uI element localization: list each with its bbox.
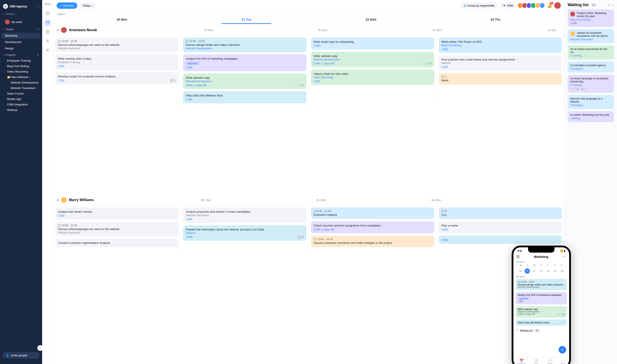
task-card[interactable]: Develop scripts for customer service cha… [55,72,178,84]
task-card[interactable]: Prepare the information about the webina… [183,225,306,241]
today-button[interactable]: Today ▾ [80,2,96,9]
add-new-button[interactable]: + Add new [57,2,77,9]
task-card[interactable]: Write article: The Power of SEOBlog Post… [439,38,562,53]
prev-icon[interactable]: ‹ [516,264,517,267]
project-item[interactable]: Website Development [0,80,42,85]
task-card[interactable]: 9:1-to- [439,208,562,219]
filter-button[interactable]: ⏷ Filter [500,2,517,9]
task-card[interactable]: Write website copyWebsite Development3:0… [183,73,306,89]
section-projects[interactable]: ▾ Projects + [0,52,42,58]
calendar-tool[interactable] [44,19,51,26]
waiting-list-item[interactable]: plement new language on e websiteTransla… [568,95,614,109]
comment-icon: 💬 2 [170,79,176,82]
phone-task-card[interactable]: Analyze the ROI of marketing campaignsim… [516,292,567,304]
waiting-list-item[interactable]: Publish article: Marketing trends this y… [568,9,614,27]
invite-people-button[interactable]: 👤 Invite people [3,352,40,359]
team-avatar[interactable] [539,3,545,8]
project-folder[interactable]: 📁 New Website ▾ [0,74,42,80]
day-tab[interactable]: 20 Mon [60,15,184,24]
phone-tab-schedule[interactable]: 📅Schedule [518,359,526,364]
day-tab[interactable]: 21 Tue [184,15,309,24]
task-card[interactable]: 9:30 - 11:00Executive meeting [311,208,434,219]
phone-tab-tasks[interactable]: ☑Tasks [534,359,539,364]
workspace-switcher[interactable]: G GIM Agency ▾ [0,3,42,10]
team-item[interactable]: Design [2,45,40,51]
phone-waiting-list[interactable]: ⌃ Waiting list 29 [513,327,569,334]
phone-task-card[interactable]: 10:00 - 13:00Discuss design drafts and m… [516,279,567,290]
add-team-button[interactable]: + [37,27,39,31]
task-card[interactable]: Check resumes and test assigments from c… [311,221,434,233]
project-item[interactable]: Website Translation [0,85,42,91]
workspace-name: GIM Agency [10,5,36,8]
menu-icon[interactable]: ☰ [517,255,520,259]
task-card[interactable]: Write training video scriptsEmployee Tra… [55,54,178,70]
current-user-avatar[interactable] [554,2,561,9]
task-card[interactable]: Write website copyWebsite Development5:0… [311,52,434,67]
notifications-button[interactable]: 🔔 6 [547,3,552,8]
project-item[interactable]: Mobile App [0,96,42,102]
phone-add-button[interactable]: + [559,346,566,353]
day-tab[interactable]: 22 Wed [309,15,433,24]
phone-date[interactable]: 26 [560,270,565,272]
phone-date[interactable]: 24 [546,270,551,272]
task-card[interactable]: 10:00 - 10:45Discuss what languages we n… [55,38,178,52]
phone-date[interactable]: 21 [525,268,530,274]
team-item[interactable]: Development [2,39,40,45]
project-item[interactable]: Employee Training [0,58,42,63]
task-card[interactable]: Analyze proposals and choose 2-3 best ca… [183,208,306,223]
checklist-tool[interactable] [44,10,51,17]
task-card[interactable]: Analyze last week's results0:30h [55,208,178,220]
phone-date[interactable]: 23 [539,270,544,272]
task-card[interactable]: Conduct customer segmentation analysis [55,239,178,247]
waiting-list-item[interactable]: ite an email nouncement for the ne...e T… [568,45,614,59]
next-icon[interactable]: › [566,264,567,267]
task-card[interactable]: Adjust scripts for new videoVideo Record… [311,69,434,85]
phone-task-card[interactable]: Help Sofia with Webinar texts [516,320,567,326]
team-item[interactable]: Marketing [2,33,40,39]
more-icon[interactable]: ⋯ [562,255,566,259]
task-card[interactable]: Plan a marke4:00h [439,221,562,233]
project-item[interactable]: Blog Post Writing [0,63,42,69]
nav-my-work[interactable]: My work [2,18,40,26]
phone-task-card[interactable]: Write website copyWebsite Development3:0… [516,306,567,318]
team-avatars[interactable] [519,3,545,8]
calendar-month: August [53,11,564,15]
people-tool[interactable] [44,37,51,45]
person-header[interactable]: ▾Marry Williams8h 15m6h 30m6h 30m [53,194,564,205]
person-header[interactable]: ▾Anastasia Novak7h 55m8h 30m7h 30m6h 0m [53,24,564,35]
waiting-list-item[interactable]: nd email campaign to all ployees introdu… [568,75,614,93]
group-by-button[interactable]: ⊞ Group by responsible [461,2,498,9]
task-card[interactable]: 10:00 - 10:45Discuss what languages we n… [55,222,178,236]
phone-tab-more[interactable]: ⋯More [561,359,565,364]
settings-tool[interactable] [44,47,51,54]
add-project-button[interactable]: + [37,53,39,57]
project-item[interactable]: Sales Funnel [0,91,42,96]
waiting-list-item[interactable]: ck article: Marketing nds this yeart Wri… [568,111,614,122]
task-card[interactable]: Write email copy for onboarding1:30h [311,38,434,50]
notes-tool[interactable] [44,28,51,36]
phone-tab-notes[interactable]: 📄Notes [547,359,552,364]
project-item[interactable]: CRM Integration [0,102,42,107]
section-teams[interactable]: ▾ Teams + [0,26,42,32]
prev-week-button[interactable]: ‹ [53,18,60,22]
task-card[interactable]: 1Week [439,73,562,85]
task-card[interactable]: Help Sofia with Webinar texts1:00h [183,91,306,103]
waiting-list-item[interactable]: Upload all completed translations into t… [568,29,614,43]
phone-date[interactable]: 25 [552,270,558,272]
search-input[interactable]: ⌕ Search... [3,12,40,15]
add-waiting-button[interactable]: + [608,3,610,7]
waiting-list-item[interactable]: ck translation provided agencyTranslatio… [568,62,614,73]
task-card[interactable]: 10:00 - 13:00Discuss design drafts and m… [183,38,306,52]
task-card[interactable]: Analyze the ROI of marketing campaignsim… [183,54,306,71]
search-waiting-button[interactable]: ⌕ [612,3,614,7]
project-item[interactable]: Video Recording [0,69,42,74]
task-card[interactable]: 2:00h [439,235,562,244]
task-card[interactable]: Find a person who could review and rate … [439,55,562,71]
next-week-button[interactable]: › [558,18,564,22]
collapse-sidebar-button[interactable]: › [37,345,43,351]
phone-date[interactable]: 20 [518,270,523,272]
phone-date[interactable]: 22 [532,270,537,272]
task-card[interactable]: 13:00 - 14:30Discuss customer comments a… [311,235,434,247]
project-item[interactable]: Webinar [0,107,42,113]
day-tab[interactable]: 23 Thu [433,15,558,24]
